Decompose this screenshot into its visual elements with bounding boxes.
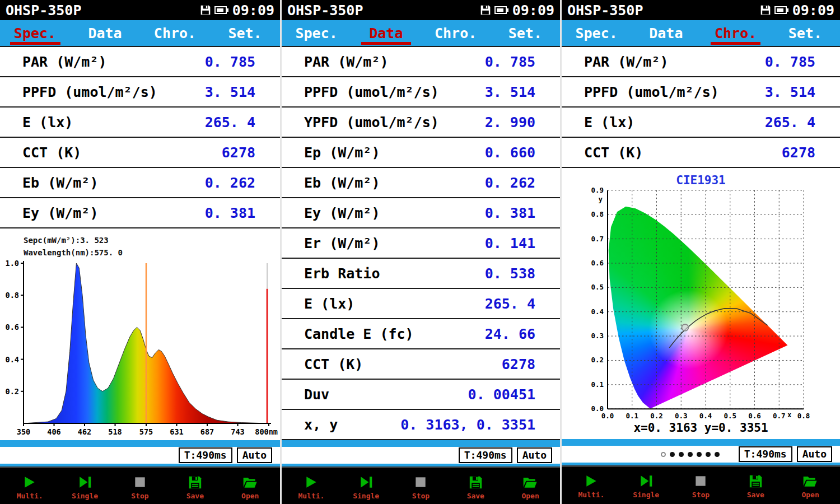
tab-set[interactable]: Set. <box>210 20 280 46</box>
open-button[interactable]: Open <box>792 472 828 499</box>
stop-button[interactable]: Stop <box>403 473 438 500</box>
row-value: 0. 262 <box>205 175 255 191</box>
spectrum-chart[interactable]: Sepc(mW/m²):3. 523Wavelength(nm):575. 01… <box>0 228 280 440</box>
battery-icon <box>494 6 509 15</box>
xy-readout: x=0. 3163 y=0. 3351 <box>562 421 840 435</box>
status-bar: OHSP-350P 09:09 <box>562 0 840 20</box>
tab-chro[interactable]: Chro. <box>701 20 771 46</box>
tab-set[interactable]: Set. <box>771 20 840 46</box>
open-button[interactable]: Open <box>512 473 548 500</box>
row-label: CCT (K) <box>304 356 363 372</box>
battery-icon <box>214 6 229 15</box>
auto-mode-button[interactable]: Auto <box>517 447 552 463</box>
row-value: 3. 514 <box>205 84 255 100</box>
auto-mode-button[interactable]: Auto <box>797 446 832 462</box>
tab-chro[interactable]: Chro. <box>140 20 210 46</box>
multi-button[interactable]: Multi. <box>293 473 329 500</box>
svg-text:0.3: 0.3 <box>591 332 604 340</box>
row-label: PAR (W/m²) <box>584 54 669 70</box>
step-icon <box>78 473 92 491</box>
svg-text:0.5: 0.5 <box>591 283 604 291</box>
device-screens: OHSP-350P 09:09 Spec.DataChro.Set. PAR (… <box>0 0 840 504</box>
multi-button[interactable]: Multi. <box>12 473 48 500</box>
tab-chro[interactable]: Chro. <box>421 20 491 46</box>
single-button[interactable]: Single <box>348 473 384 500</box>
data-row: CCT (K)6278 <box>562 138 840 168</box>
svg-text:0.4: 0.4 <box>591 307 604 316</box>
row-value: 0. 381 <box>485 205 535 221</box>
svg-text:0.2: 0.2 <box>650 412 663 420</box>
measurement-table: PAR (W/m²)0. 785PPFD (umol/m²/s)3. 514YP… <box>282 46 560 440</box>
svg-text:0.3: 0.3 <box>675 412 688 420</box>
svg-text:1.0: 1.0 <box>6 259 19 268</box>
accent-bar <box>282 440 560 447</box>
stop-button[interactable]: Stop <box>683 472 718 499</box>
page-dot <box>715 452 720 457</box>
panel-chro: OHSP-350P 09:09 Spec.DataChro.Set. PAR (… <box>560 0 840 504</box>
page-dot <box>661 452 666 457</box>
stop-button[interactable]: Stop <box>122 473 158 500</box>
tool-label: Open <box>801 491 819 499</box>
svg-text:x: x <box>787 411 791 419</box>
data-row: YPFD (umol/m²/s)2. 990 <box>282 108 560 138</box>
multi-button[interactable]: Multi. <box>573 472 609 499</box>
svg-text:350: 350 <box>17 427 30 436</box>
row-label: Ey (W/m²) <box>304 205 380 221</box>
panel-spec: OHSP-350P 09:09 Spec.DataChro.Set. PAR (… <box>0 0 280 504</box>
svg-text:0.9: 0.9 <box>591 186 604 194</box>
row-label: Er (W/m²) <box>304 235 380 251</box>
data-row: Eb (W/m²)0. 262 <box>282 168 560 198</box>
row-label: PPFD (umol/m²/s) <box>584 84 719 100</box>
integration-time-box: T:490ms <box>739 446 792 462</box>
tab-data[interactable]: Data <box>70 20 140 46</box>
tool-label: Save <box>467 492 484 500</box>
tab-bar: Spec.DataChro.Set. <box>282 20 560 46</box>
save-button[interactable]: Save <box>458 473 493 500</box>
tab-spec[interactable]: Spec. <box>0 20 70 46</box>
data-row: PPFD (umol/m²/s)3. 514 <box>282 77 560 108</box>
row-label: PPFD (umol/m²/s) <box>304 84 439 100</box>
open-button[interactable]: Open <box>232 473 268 500</box>
tool-label: Stop <box>131 492 148 500</box>
svg-text:0.0: 0.0 <box>601 412 614 420</box>
clock: 09:09 <box>792 2 834 18</box>
tab-spec[interactable]: Spec. <box>562 20 631 46</box>
auto-mode-button[interactable]: Auto <box>237 447 272 463</box>
page-dots <box>661 452 720 457</box>
tab-data[interactable]: Data <box>351 20 421 46</box>
tab-spec[interactable]: Spec. <box>282 20 351 46</box>
row-value: 24. 66 <box>485 326 535 342</box>
data-row: PPFD (umol/m²/s)3. 514 <box>562 77 840 108</box>
single-button[interactable]: Single <box>67 473 103 500</box>
integration-time-box: T:490ms <box>459 447 512 463</box>
row-value: 0. 785 <box>485 54 535 70</box>
tab-set[interactable]: Set. <box>491 20 560 46</box>
save-button[interactable]: Save <box>738 472 773 499</box>
stop-icon <box>693 472 708 490</box>
row-value: 0. 785 <box>205 54 255 70</box>
stop-icon <box>133 473 147 491</box>
open-folder-icon <box>802 472 818 490</box>
tab-data[interactable]: Data <box>631 20 701 46</box>
row-label: Candle E (fc) <box>304 326 414 342</box>
row-value: 0. 262 <box>485 175 535 191</box>
tool-label: Open <box>521 492 539 500</box>
clock: 09:09 <box>512 2 554 18</box>
play-icon <box>584 472 599 490</box>
row-label: CCT (K) <box>584 144 643 161</box>
save-icon <box>468 473 483 491</box>
cie-plot-overlay: 0.90.80.70.60.50.40.30.20.10.0y0.00.10.2… <box>562 168 840 439</box>
single-button[interactable]: Single <box>628 472 664 499</box>
tool-label: Multi. <box>578 491 604 499</box>
svg-text:Sepc(mW/m²):3. 523: Sepc(mW/m²):3. 523 <box>24 236 109 245</box>
tool-label: Save <box>747 491 764 499</box>
timing-row: T:490ms Auto <box>0 447 280 464</box>
svg-text:0.8: 0.8 <box>591 210 604 218</box>
data-row: PAR (W/m²)0. 785 <box>562 47 840 77</box>
save-button[interactable]: Save <box>177 473 213 500</box>
row-value: 0. 00451 <box>468 386 535 403</box>
timing-row: T:490ms Auto <box>282 447 560 464</box>
page-dot <box>697 452 702 457</box>
row-value: 265. 4 <box>765 114 815 130</box>
tool-label: Stop <box>412 492 430 500</box>
